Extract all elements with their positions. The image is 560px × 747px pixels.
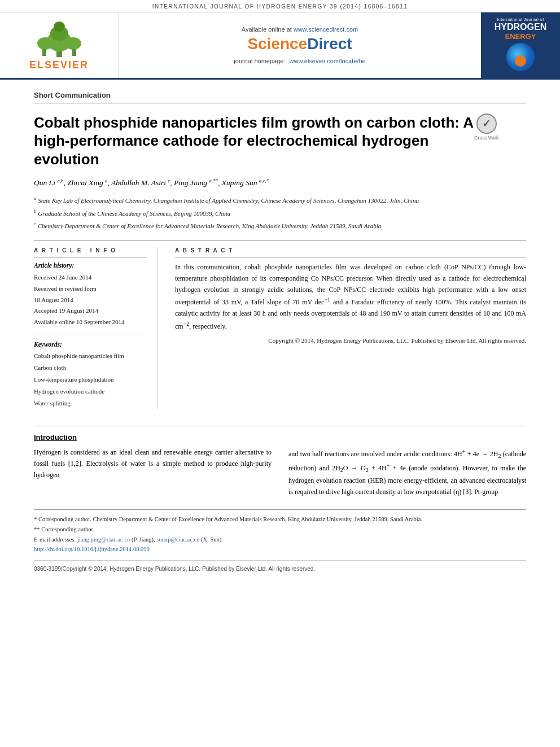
abstract-col: A B S T R A C T In this communication, c… — [175, 247, 526, 409]
journal-homepage-url[interactable]: www.elsevier.com/locate/he — [290, 58, 366, 64]
journal-homepage-text: journal homepage: www.elsevier.com/locat… — [234, 58, 365, 64]
introduction-text: Hydrogen is considered as an ideal clean… — [34, 447, 526, 497]
abstract-heading: A B S T R A C T — [175, 247, 526, 254]
intro-col-left: Hydrogen is considered as an ideal clean… — [34, 447, 272, 497]
article-info-heading: A R T I C L E I N F O — [34, 247, 146, 254]
keyword-2: Carbon cloth — [34, 362, 146, 374]
journal-header-bar: International Journal of Hydrogen Energy… — [0, 0, 560, 12]
main-content: Short Communication Cobalt phosphide nan… — [0, 80, 560, 586]
svg-point-4 — [37, 37, 53, 50]
svg-point-3 — [54, 21, 65, 32]
sciencedirect-url[interactable]: www.sciencedirect.com — [294, 26, 358, 33]
affiliation-b: b Graduate School of the Chinese Academy… — [34, 207, 526, 219]
journal-badge-intl: International Journal of — [495, 17, 546, 22]
article-history-dates: Received 24 June 2014 Received in revise… — [34, 272, 146, 328]
article-history-label: Article history: — [34, 262, 146, 269]
elsevier-logo-area: ELSEVIER — [0, 12, 119, 78]
received-date: Received 24 June 2014 — [34, 272, 146, 283]
journal-badge-energy: ENERGY — [495, 32, 546, 41]
footer-issn: 0360-3199/Copyright © 2014, Hydrogen Ene… — [34, 560, 526, 574]
svg-rect-6 — [42, 49, 46, 56]
keywords-divider — [34, 334, 146, 334]
footnote-doi: http://dx.doi.org/10.1016/j.ijhydene.201… — [34, 544, 526, 554]
revised-date: 18 August 2014 — [34, 295, 146, 306]
article-info-col: A R T I C L E I N F O Article history: R… — [34, 247, 158, 409]
keyword-4: Hydrogen evolution cathode — [34, 386, 146, 397]
available-online-text: Available online at www.sciencedirect.co… — [242, 26, 358, 33]
svg-point-5 — [65, 37, 81, 50]
footnote-corresponding1: * Corresponding author. Chemistry Depart… — [34, 514, 526, 525]
abstract-copyright: Copyright © 2014, Hydrogen Energy Public… — [175, 337, 526, 344]
intro-col-right: and two half reactions are involved unde… — [288, 447, 526, 497]
doi-link[interactable]: http://dx.doi.org/10.1016/j.ijhydene.201… — [34, 546, 150, 552]
elsevier-logo: ELSEVIER — [25, 19, 93, 71]
email-jiang[interactable]: jiang.ping@ciac.ac.cn — [77, 536, 130, 543]
keyword-5: Water splitting — [34, 397, 146, 409]
keyword-1: Cobalt phosphide nanoparticles film — [34, 350, 146, 362]
article-info-divider — [34, 257, 146, 257]
available-online-date: Available online 10 September 2014 — [34, 317, 146, 328]
footnotes: * Corresponding author. Chemistry Depart… — [34, 509, 526, 574]
keywords-list: Cobalt phosphide nanoparticles film Carb… — [34, 350, 146, 409]
abstract-divider — [175, 257, 526, 257]
sciencedirect-area: Available online at www.sciencedirect.co… — [119, 12, 481, 78]
footnote-corresponding2: ** Corresponding author. — [34, 525, 526, 535]
journal-badge-icon — [506, 43, 535, 71]
abstract-body: In this communication, cobalt phosphide … — [175, 262, 526, 333]
received-revised-label: Received in revised form — [34, 283, 146, 295]
journal-badge-hydrogen: HYDROGEN — [495, 22, 546, 32]
journal-badge: International Journal of HYDROGEN ENERGY — [495, 17, 546, 73]
intro-divider — [34, 426, 526, 426]
introduction-heading: Introduction — [34, 433, 526, 442]
svg-rect-7 — [72, 49, 76, 56]
divider-1 — [34, 240, 526, 241]
article-title: Cobalt phosphide nanoparticles film grow… — [34, 113, 474, 169]
accepted-date: Accepted 19 August 2014 — [34, 305, 146, 317]
introduction-section: Introduction Hydrogen is considered as a… — [34, 426, 526, 497]
crossmark-badge: ✓ CrossMark — [474, 113, 499, 141]
section-type-label: Short Communication — [34, 91, 526, 103]
affiliations: a State Key Lab of Electroanalytical Che… — [34, 194, 526, 231]
journal-badge-area: International Journal of HYDROGEN ENERGY — [481, 12, 560, 78]
footnote-email: E-mail addresses: jiang.ping@ciac.ac.cn … — [34, 535, 526, 545]
affiliation-c: c Chemistry Department & Center of Excel… — [34, 220, 526, 231]
email-sun[interactable]: sunxp@ciac.ac.cn — [156, 536, 199, 543]
authors-line: Qun Li a,b, Zhicai Xing a, Abdullah M. A… — [34, 176, 526, 189]
affiliation-a: a State Key Lab of Electroanalytical Che… — [34, 194, 526, 206]
sciencedirect-logo: ScienceDirect — [247, 35, 352, 53]
elsevier-wordmark: ELSEVIER — [29, 59, 89, 71]
info-abstract-section: A R T I C L E I N F O Article history: R… — [34, 247, 526, 409]
elsevier-tree-icon — [25, 19, 93, 58]
crossmark-icon: ✓ — [476, 113, 497, 134]
journal-citation: International Journal of Hydrogen Energy… — [152, 3, 408, 10]
title-row: Cobalt phosphide nanoparticles film grow… — [34, 109, 526, 177]
crossmark-label: CrossMark — [474, 135, 499, 141]
keywords-label: Keywords: — [34, 341, 146, 348]
journal-header: ELSEVIER Available online at www.science… — [0, 12, 560, 80]
keyword-3: Low-temperature phosphidation — [34, 374, 146, 386]
